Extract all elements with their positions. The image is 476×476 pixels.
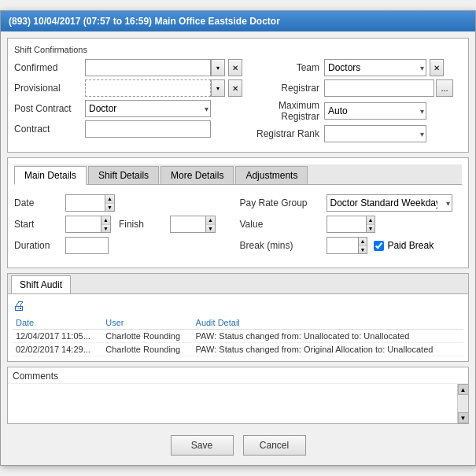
break-spin-up[interactable]: ▲ (359, 238, 367, 246)
finish-spin-up[interactable]: ▲ (206, 216, 215, 225)
max-registrar-select-wrap: Auto (324, 102, 426, 120)
audit-content: 🖨 Date User Audit Detail 12/04/2017 11:0… (8, 294, 468, 361)
finish-label: Finish (119, 219, 170, 230)
registrar-rank-select-wrap (324, 125, 426, 142)
post-contract-select[interactable]: Doctor (85, 100, 211, 117)
audit-cell-date: 12/04/2017 11:05... (13, 330, 102, 343)
comments-area: ▲ ▼ (8, 384, 468, 423)
date-spin-up[interactable]: ▲ (105, 195, 114, 204)
provisional-close-btn[interactable]: ✕ (228, 79, 242, 97)
team-select-wrap: Doctors (324, 59, 426, 76)
save-button[interactable]: Save (171, 435, 234, 456)
main-details-left: Date 10 April 2017 ▲ ▼ Start (14, 194, 237, 258)
max-registrar-label: Maximum Registrar (245, 100, 324, 122)
comments-section: Comments ▲ ▼ (7, 367, 469, 424)
col-detail: Audit Detail (193, 316, 463, 330)
tabs-bar: Main Details Shift Details More Details … (14, 164, 462, 185)
registrar-rank-select[interactable] (324, 125, 426, 142)
break-spin: 0 ▲ ▼ (327, 237, 368, 254)
break-input[interactable]: 0 (327, 237, 358, 254)
start-spin-down[interactable]: ▼ (101, 225, 110, 233)
provisional-label: Provisional (14, 83, 85, 94)
finish-spin-down[interactable]: ▼ (206, 225, 215, 233)
value-input[interactable]: £180.00 (327, 216, 366, 233)
tab-content-main: Date 10 April 2017 ▲ ▼ Start (14, 191, 462, 261)
tab-more-details[interactable]: More Details (161, 166, 234, 184)
post-contract-label: Post Contract (14, 103, 85, 114)
footer-buttons: Save Cancel (7, 430, 469, 459)
audit-cell-user: Charlotte Rounding (102, 330, 192, 343)
registrar-rank-row: Registrar Rank (245, 125, 462, 142)
team-label: Team (245, 62, 324, 73)
confirmed-label: Confirmed (14, 62, 85, 73)
section-label: Shift Confirmations (14, 45, 462, 54)
finish-spin-btns: ▲ ▼ (205, 216, 216, 233)
scroll-up-btn[interactable]: ▲ (458, 384, 469, 395)
max-registrar-row: Maximum Registrar Auto (245, 100, 462, 122)
print-icon[interactable]: 🖨 (13, 299, 463, 313)
registrar-label: Registrar (245, 83, 324, 94)
tab-adjustments[interactable]: Adjustments (235, 166, 308, 184)
post-contract-select-wrap: Doctor (85, 100, 211, 117)
duration-label: Duration (14, 240, 65, 251)
break-spin-btns: ▲ ▼ (358, 237, 368, 254)
team-select[interactable]: Doctors (324, 59, 426, 76)
pay-rate-select-wrap: Doctor Standard Weekday (327, 194, 452, 212)
finish-spin: 16:59 ▲ ▼ (170, 216, 216, 233)
confirmed-dropdown-btn[interactable]: ▾ (211, 59, 225, 76)
start-input[interactable]: 07:57 (65, 216, 101, 233)
provisional-dropdown-btn[interactable]: ▾ (211, 79, 225, 97)
main-details-cols: Date 10 April 2017 ▲ ▼ Start (14, 194, 462, 258)
main-window: (893) 10/04/2017 (07:57 to 16:59) Main O… (0, 10, 476, 466)
registrar-rank-label: Registrar Rank (245, 128, 324, 139)
confirmed-field-group: Egan, Kian ▾ ✕ (85, 59, 242, 76)
value-spin-down[interactable]: ▼ (367, 225, 375, 233)
start-spin-up[interactable]: ▲ (101, 216, 110, 225)
start-spin-btns: ▲ ▼ (101, 216, 111, 233)
comments-label: Comments (8, 367, 468, 384)
start-label: Start (14, 219, 65, 230)
date-spin: 10 April 2017 ▲ ▼ (65, 194, 115, 212)
team-row: Team Doctors ✕ (245, 59, 462, 76)
audit-tab[interactable]: Shift Audit (11, 275, 71, 293)
scroll-down-btn[interactable]: ▼ (458, 412, 469, 423)
value-spin-up[interactable]: ▲ (367, 216, 375, 225)
provisional-field-group: Egan, Kian ▾ ✕ (85, 79, 242, 97)
confirmed-combo: Egan, Kian ▾ (85, 59, 225, 76)
duration-row: Duration 09:03 (14, 237, 237, 254)
audit-cell-user: Charlotte Rounding (102, 343, 192, 356)
confirmed-close-btn[interactable]: ✕ (228, 59, 242, 76)
contract-label: Contract (14, 124, 85, 135)
team-close-btn[interactable]: ✕ (430, 59, 444, 76)
main-details-right: Pay Rate Group Doctor Standard Weekday V… (240, 194, 463, 258)
paid-break-checkbox[interactable] (374, 241, 384, 251)
registrar-row: Registrar 0 free space(s) ... (245, 79, 462, 97)
date-input[interactable]: 10 April 2017 (65, 194, 105, 212)
date-spin-btns: ▲ ▼ (105, 194, 115, 212)
pay-rate-select[interactable]: Doctor Standard Weekday (327, 194, 452, 212)
window-title: (893) 10/04/2017 (07:57 to 16:59) Main O… (9, 16, 280, 27)
contract-input[interactable]: Doctors (85, 120, 211, 138)
provisional-row: Provisional Egan, Kian ▾ ✕ (14, 79, 242, 97)
confirmed-input[interactable]: Egan, Kian (85, 59, 211, 76)
duration-input[interactable]: 09:03 (65, 237, 109, 254)
finish-input[interactable]: 16:59 (170, 216, 205, 233)
cancel-button[interactable]: Cancel (243, 435, 306, 456)
value-spin: £180.00 ▲ ▼ (327, 216, 376, 233)
provisional-input[interactable]: Egan, Kian (85, 79, 211, 97)
break-spin-down[interactable]: ▼ (359, 246, 367, 254)
audit-section: Shift Audit 🖨 Date User Audit Detail 12/… (7, 273, 469, 362)
max-registrar-select[interactable]: Auto (324, 102, 426, 120)
pay-rate-row: Pay Rate Group Doctor Standard Weekday (240, 194, 463, 212)
tab-main-details[interactable]: Main Details (14, 166, 87, 185)
scrollbar: ▲ ▼ (457, 384, 468, 423)
confirmed-row: Confirmed Egan, Kian ▾ ✕ (14, 59, 242, 76)
comments-textarea[interactable] (8, 384, 457, 423)
date-spin-down[interactable]: ▼ (105, 204, 114, 212)
registrar-input[interactable]: 0 free space(s) (324, 79, 434, 97)
table-row: 02/02/2017 14:29...Charlotte RoundingPAW… (13, 343, 463, 356)
tab-shift-details[interactable]: Shift Details (88, 166, 159, 184)
registrar-field-group: 0 free space(s) ... (324, 79, 453, 97)
scroll-track (458, 395, 468, 412)
registrar-dots-btn[interactable]: ... (436, 79, 453, 97)
